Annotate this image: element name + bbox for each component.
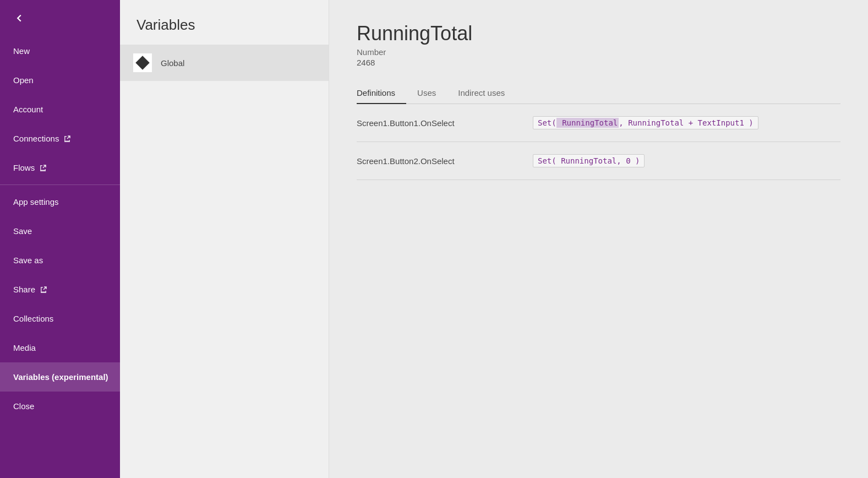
variable-type: Number [357, 47, 840, 57]
definitions-table: Screen1.Button1.OnSelect Set( RunningTot… [357, 104, 840, 180]
table-row: Screen1.Button2.OnSelect Set( RunningTot… [357, 142, 840, 180]
diamond-shape [135, 56, 149, 69]
formula-suffix-1: , RunningTotal + TextInput1 ) [619, 118, 753, 127]
sidebar-item-label-variables: Variables (experimental) [13, 372, 108, 382]
sidebar-item-label-save-as: Save as [13, 256, 43, 265]
definition-formula-1[interactable]: Set( RunningTotal, RunningTotal + TextIn… [533, 116, 758, 129]
external-link-icon [39, 164, 47, 172]
main-panel: RunningTotal Number 2468 Definitions Use… [329, 0, 868, 478]
sidebar-item-media[interactable]: Media [0, 333, 120, 362]
sidebar-item-close[interactable]: Close [0, 392, 120, 421]
back-button[interactable] [0, 0, 120, 36]
variable-icon [133, 53, 152, 72]
sidebar: NewOpenAccountConnections Flows App sett… [0, 0, 120, 478]
global-variable-item[interactable]: Global [120, 45, 329, 81]
formula-prefix-1: Set( [538, 118, 556, 127]
sidebar-item-new[interactable]: New [0, 36, 120, 66]
sidebar-item-save[interactable]: Save [0, 216, 120, 246]
sidebar-item-label-open: Open [13, 75, 34, 85]
formula-text-2: Set( RunningTotal, 0 ) [538, 156, 640, 165]
sidebar-item-collections[interactable]: Collections [0, 304, 120, 333]
middle-panel: Variables Global [120, 0, 329, 478]
sidebar-item-label-media: Media [13, 343, 36, 352]
variable-name-title: RunningTotal [357, 22, 840, 45]
variable-value: 2468 [357, 58, 840, 67]
tab-uses[interactable]: Uses [417, 83, 447, 104]
tabs-container: Definitions Uses Indirect uses [357, 83, 840, 104]
sidebar-item-open[interactable]: Open [0, 66, 120, 95]
sidebar-item-label-flows: Flows [13, 163, 35, 172]
sidebar-item-save-as[interactable]: Save as [0, 246, 120, 275]
sidebar-item-label-account: Account [13, 105, 43, 114]
definition-location-1: Screen1.Button1.OnSelect [357, 118, 511, 128]
sidebar-item-label-share: Share [13, 285, 35, 294]
global-label: Global [161, 58, 184, 68]
sidebar-item-connections[interactable]: Connections [0, 124, 120, 153]
sidebar-item-account[interactable]: Account [0, 95, 120, 124]
sidebar-item-label-close: Close [13, 401, 34, 411]
sidebar-item-label-new: New [13, 46, 30, 56]
sidebar-item-share[interactable]: Share [0, 275, 120, 304]
sidebar-item-label-collections: Collections [13, 314, 53, 323]
sidebar-item-label-app-settings: App settings [13, 197, 59, 207]
sidebar-item-app-settings[interactable]: App settings [0, 187, 120, 216]
external-link-icon [40, 286, 47, 294]
definition-formula-2[interactable]: Set( RunningTotal, 0 ) [533, 154, 645, 167]
sidebar-item-label-save: Save [13, 226, 32, 236]
sidebar-item-label-connections: Connections [13, 134, 59, 143]
tab-definitions[interactable]: Definitions [357, 83, 406, 104]
sidebar-item-variables[interactable]: Variables (experimental) [0, 362, 120, 392]
definition-location-2: Screen1.Button2.OnSelect [357, 156, 511, 166]
formula-highlight-1: RunningTotal [556, 118, 619, 128]
tab-indirect-uses[interactable]: Indirect uses [458, 83, 516, 104]
sidebar-divider [0, 184, 120, 185]
table-row: Screen1.Button1.OnSelect Set( RunningTot… [357, 104, 840, 142]
sidebar-item-flows[interactable]: Flows [0, 153, 120, 182]
external-link-icon [63, 135, 71, 143]
middle-panel-title: Variables [120, 0, 329, 45]
